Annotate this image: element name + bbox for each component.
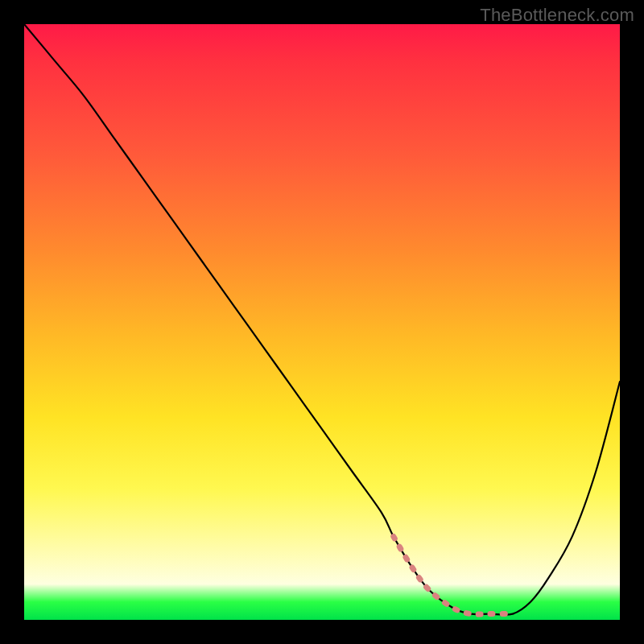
bottleneck-curve [24,24,620,615]
curve-layer [24,24,620,620]
chart-container: TheBottleneck.com [0,0,644,644]
plot-area [24,24,620,620]
watermark-text: TheBottleneck.com [480,5,634,26]
optimal-range-marker [394,536,513,614]
